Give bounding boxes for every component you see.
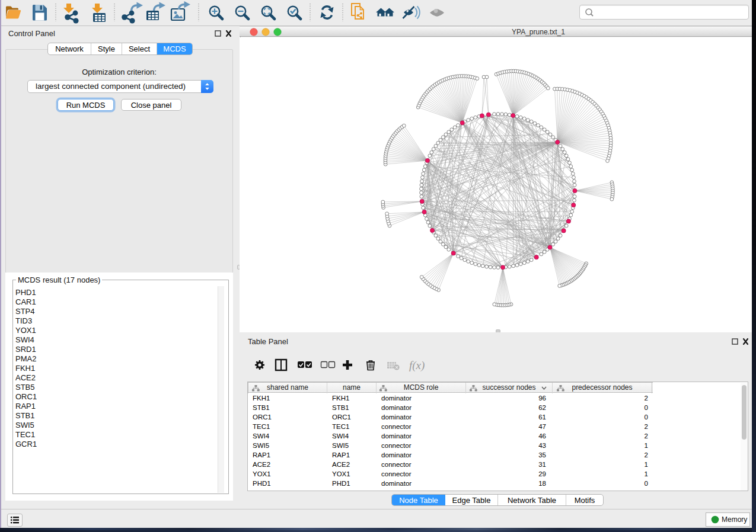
svg-text:f(x): f(x) — [409, 359, 425, 372]
